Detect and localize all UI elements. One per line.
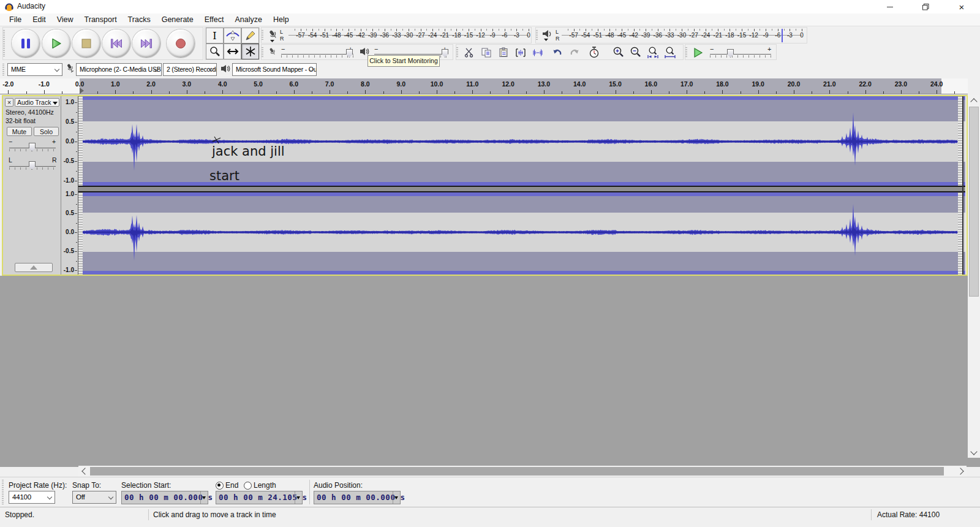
multi-tool-button[interactable] [241, 44, 259, 59]
menu-item-tracks[interactable]: Tracks [123, 13, 156, 26]
menu-item-edit[interactable]: Edit [27, 13, 51, 26]
play-at-speed-button[interactable] [690, 45, 706, 60]
track-collapse-button[interactable] [15, 263, 53, 272]
audio-position-field[interactable]: 00 h 00 m 00.000 s [314, 491, 401, 504]
horizontal-scrollbar[interactable] [78, 466, 967, 477]
snap-to-dropdown[interactable]: Off [72, 491, 116, 504]
meter-scale-label: -30 [402, 32, 415, 39]
redo-button[interactable] [567, 45, 582, 60]
menu-item-analyze[interactable]: Analyze [230, 13, 268, 26]
minimize-button[interactable] [872, 0, 908, 13]
timeshift-tool-button[interactable] [224, 44, 241, 59]
menu-item-generate[interactable]: Generate [156, 13, 199, 26]
fit-selection-button[interactable] [645, 45, 661, 59]
menu-item-help[interactable]: Help [268, 13, 295, 26]
scroll-down-button[interactable] [968, 447, 980, 458]
toolbar-grip[interactable] [2, 64, 4, 75]
close-button[interactable]: × [943, 0, 980, 13]
waveform-channel-right[interactable] [83, 194, 958, 271]
time-field-dropdown-icon[interactable] [200, 491, 208, 504]
status-separator [148, 509, 149, 520]
timeline-ruler[interactable]: -2.0-1.00.01.02.03.04.05.06.07.08.09.010… [0, 78, 968, 94]
meter-tick [579, 29, 580, 31]
vertical-scroll-thumb[interactable] [969, 107, 979, 297]
meter-scale-label: -18 [450, 32, 462, 39]
mute-button[interactable]: Mute [7, 127, 32, 136]
playback-meter-toolbar[interactable]: L R -57-54-51-48-45-42-39-36-33-30-27-24… [535, 27, 807, 44]
skip-to-start-button[interactable] [102, 29, 130, 58]
meter-scale-label: -33 [663, 32, 676, 39]
track-title-dropdown[interactable]: Audio Track [15, 98, 59, 107]
play-speed-slider[interactable] [710, 54, 771, 55]
vertical-ruler-label: -1.0 [59, 177, 74, 184]
copy-button[interactable] [478, 45, 494, 60]
vertical-scrollbar[interactable] [968, 95, 980, 458]
selection-start-field[interactable]: 00 h 00 m 00.000 s [121, 491, 208, 504]
length-radio[interactable] [244, 482, 252, 490]
menu-item-view[interactable]: View [51, 13, 79, 26]
scroll-left-button[interactable] [78, 466, 89, 477]
clip-right-handle[interactable] [958, 96, 962, 186]
menu-item-transport[interactable]: Transport [79, 13, 123, 26]
clip-left-handle[interactable] [78, 96, 83, 186]
recording-volume-slider[interactable] [281, 54, 353, 55]
toolbar-grip[interactable] [685, 47, 687, 57]
trim-audio-button[interactable] [513, 45, 529, 60]
solo-button[interactable]: Solo [34, 127, 59, 136]
toolbar-separator [309, 480, 310, 504]
zoom-in-button[interactable] [611, 45, 627, 59]
meter-scale-label: -39 [366, 32, 379, 39]
menu-item-file[interactable]: File [4, 13, 27, 26]
vertical-scale-ruler[interactable]: 1.00.50.0-0.5-1.01.00.50.0-0.5-1.0 [61, 96, 78, 275]
track-close-button[interactable]: × [5, 98, 13, 107]
silence-audio-button[interactable] [530, 45, 546, 60]
scroll-right-button[interactable] [956, 466, 967, 477]
toolbar-grip[interactable] [262, 47, 263, 57]
input-device-dropdown[interactable]: Microphone (2- C-Media USB [76, 63, 162, 76]
fit-project-button[interactable] [662, 45, 678, 59]
timeline-label: 24.0 [928, 80, 945, 88]
skip-to-end-button[interactable] [132, 29, 160, 58]
input-channels-dropdown[interactable]: 2 (Stereo) Recordi [163, 63, 217, 76]
play-button[interactable] [42, 29, 70, 58]
waveform-area[interactable]: jack and jill start [78, 96, 965, 275]
envelope-tool-button[interactable] [224, 28, 241, 44]
toolbar-grip[interactable] [456, 47, 458, 57]
restore-button[interactable] [908, 0, 943, 13]
zoom-tool-button[interactable] [206, 44, 224, 59]
sync-lock-button[interactable] [586, 45, 602, 59]
output-device-dropdown[interactable]: Microsoft Sound Mapper - Ou [232, 63, 317, 76]
clip-left-handle[interactable] [78, 192, 83, 275]
time-field-dropdown-icon[interactable] [393, 491, 400, 504]
cut-button[interactable] [461, 45, 477, 60]
zoom-out-button[interactable] [628, 45, 644, 59]
audio-host-dropdown[interactable]: MME [7, 63, 62, 76]
playback-volume-slider[interactable] [374, 54, 448, 55]
draw-tool-button[interactable] [241, 28, 259, 44]
record-button[interactable] [167, 29, 195, 58]
stop-button[interactable] [72, 29, 100, 58]
selection-end-field[interactable]: 00 h 00 m 24.105 s [216, 491, 303, 504]
pause-button[interactable] [12, 29, 40, 58]
track-control-panel[interactable]: × Audio Track Stereo, 44100Hz 32-bit flo… [3, 96, 61, 275]
monitor-tooltip[interactable]: Click to Start Monitoring [368, 55, 440, 67]
timeline-tick [704, 91, 705, 94]
time-field-dropdown-icon[interactable] [295, 491, 302, 504]
timeline-tick [169, 91, 170, 94]
end-radio[interactable] [216, 482, 224, 490]
selection-tool-button[interactable]: I [206, 28, 224, 44]
channel-divider[interactable] [78, 187, 965, 191]
meter-tick [628, 29, 628, 31]
toolbar-grip[interactable] [2, 480, 4, 505]
recording-meter-toolbar[interactable]: L R -57-54-51-48-45-42-39-36-33-30-27-24… [261, 27, 532, 44]
undo-button[interactable] [549, 45, 565, 60]
toolbar-grip[interactable] [3, 30, 5, 57]
scroll-up-button[interactable] [968, 95, 980, 105]
project-rate-dropdown[interactable]: 44100 [9, 491, 55, 504]
vertical-ruler-tick [75, 142, 77, 142]
horizontal-scroll-thumb[interactable] [90, 467, 944, 476]
meter-scale-label: 0 [796, 32, 808, 39]
menu-item-effect[interactable]: Effect [199, 13, 230, 26]
paste-button[interactable] [496, 45, 511, 60]
clip-right-handle[interactable] [958, 192, 962, 275]
